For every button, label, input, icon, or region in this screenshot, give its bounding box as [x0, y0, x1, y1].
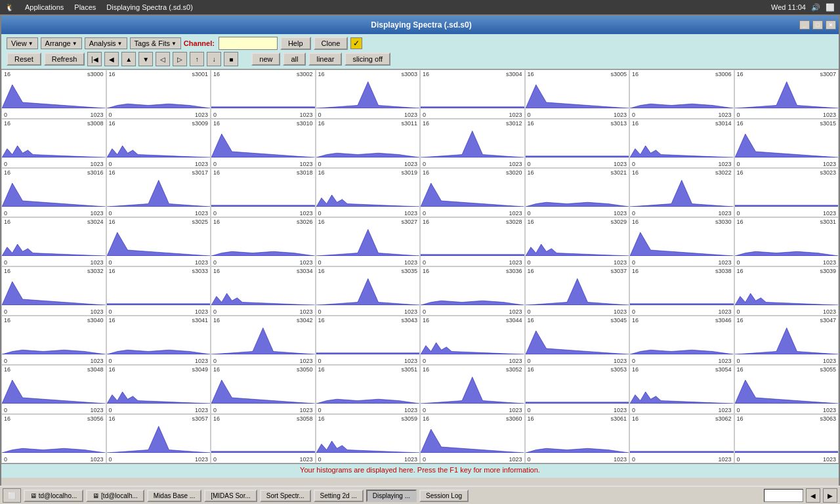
spectrum-cell-s3018[interactable]: 16 s3018 0 1023 — [211, 168, 316, 217]
taskbar-btn-1[interactable]: 🖥 [td@localh... — [86, 490, 144, 502]
spectrum-cell-s3012[interactable]: 16 s3012 0 1023 — [420, 119, 525, 168]
nav-down-button[interactable]: ▼ — [138, 52, 153, 66]
new-button[interactable]: new — [251, 52, 280, 66]
arrange-menu[interactable]: Arrange ▼ — [41, 37, 82, 49]
spectrum-cell-s3015[interactable]: 16 s3015 0 1023 — [734, 119, 839, 168]
spectrum-cell-s3016[interactable]: 16 s3016 0 1023 — [1, 168, 106, 217]
channel-input[interactable] — [219, 37, 278, 50]
spectrum-cell-s3028[interactable]: 16 s3028 0 1023 — [420, 217, 525, 266]
spectrum-cell-s3003[interactable]: 16 s3003 0 1023 — [316, 70, 421, 119]
spectrum-cell-s3050[interactable]: 16 s3050 0 1023 — [211, 365, 316, 414]
spectrum-cell-s3044[interactable]: 16 s3044 0 1023 — [420, 316, 525, 365]
refresh-button[interactable]: Refresh — [44, 52, 85, 66]
spectrum-cell-s3000[interactable]: 16 s3000 0 1023 — [1, 70, 106, 119]
spectrum-cell-s3060[interactable]: 16 s3060 0 1023 — [420, 414, 525, 463]
taskbar-btn-6[interactable]: Displaying ... — [366, 490, 417, 502]
nav-left-button[interactable]: ◁ — [156, 52, 170, 66]
spectrum-cell-s3062[interactable]: 16 s3062 0 1023 — [629, 414, 734, 463]
spectrum-cell-s3046[interactable]: 16 s3046 0 1023 — [629, 316, 734, 365]
spectrum-cell-s3007[interactable]: 16 s3007 0 1023 — [734, 70, 839, 119]
nav-prev-page-button[interactable]: ↑ — [190, 52, 204, 66]
clone-button[interactable]: Clone — [314, 37, 348, 50]
nav-up-button[interactable]: ▲ — [121, 52, 136, 66]
spectrum-cell-s3040[interactable]: 16 s3040 0 1023 — [1, 316, 106, 365]
spectrum-cell-s3061[interactable]: 16 s3061 0 1023 — [525, 414, 630, 463]
spectrum-cell-s3002[interactable]: 16 s3002 0 1023 — [211, 70, 316, 119]
tags-fits-menu[interactable]: Tags & Fits ▼ — [130, 37, 181, 49]
help-button[interactable]: Help — [280, 37, 311, 50]
nav-prev-button[interactable]: ◀ — [104, 52, 119, 66]
maximize-button[interactable]: □ — [812, 20, 823, 30]
spectrum-cell-s3009[interactable]: 16 s3009 0 1023 — [106, 119, 211, 168]
places-menu[interactable]: Places — [74, 3, 96, 11]
spectrum-cell-s3006[interactable]: 16 s3006 0 1023 — [629, 70, 734, 119]
spectrum-cell-s3027[interactable]: 16 s3027 0 1023 — [316, 217, 421, 266]
spectrum-cell-s3011[interactable]: 16 s3011 0 1023 — [316, 119, 421, 168]
minimize-button[interactable]: _ — [799, 20, 810, 30]
spectrum-cell-s3051[interactable]: 16 s3051 0 1023 — [316, 365, 421, 414]
spectrum-cell-s3034[interactable]: 16 s3034 0 1023 — [211, 266, 316, 316]
close-button[interactable]: × — [826, 20, 836, 30]
spectrum-cell-s3020[interactable]: 16 s3020 0 1023 — [420, 168, 525, 217]
spectrum-cell-s3055[interactable]: 16 s3055 0 1023 — [734, 365, 839, 414]
spectrum-cell-s3019[interactable]: 16 s3019 0 1023 — [316, 168, 421, 217]
taskbar-btn-4[interactable]: Sort Spectr... — [260, 490, 311, 502]
taskbar-arrow-left[interactable]: ◀ — [806, 488, 820, 503]
spectrum-cell-s3005[interactable]: 16 s3005 0 1023 — [525, 70, 630, 119]
view-menu[interactable]: View ▼ — [7, 37, 38, 49]
spectrum-cell-s3057[interactable]: 16 s3057 0 1023 — [106, 414, 211, 463]
spectrum-cell-s3029[interactable]: 16 s3029 0 1023 — [525, 217, 630, 266]
taskbar-btn-3[interactable]: [MIDAS Sor... — [204, 490, 257, 502]
spectrum-cell-s3004[interactable]: 16 s3004 0 1023 — [420, 70, 525, 119]
linear-button[interactable]: linear — [308, 52, 342, 66]
spectrum-cell-s3038[interactable]: 16 s3038 0 1023 — [629, 266, 734, 316]
spectrum-cell-s3001[interactable]: 16 s3001 0 1023 — [106, 70, 211, 119]
spectrum-cell-s3013[interactable]: 16 s3013 0 1023 — [525, 119, 630, 168]
reset-button[interactable]: Reset — [7, 52, 41, 66]
spectrum-cell-s3045[interactable]: 16 s3045 0 1023 — [525, 316, 630, 365]
spectrum-cell-s3047[interactable]: 16 s3047 0 1023 — [734, 316, 839, 365]
spectrum-cell-s3008[interactable]: 16 s3008 0 1023 — [1, 119, 106, 168]
spectrum-cell-s3063[interactable]: 16 s3063 0 1023 — [734, 414, 839, 463]
all-button[interactable]: all — [283, 52, 306, 66]
nav-next-page-button[interactable]: ↓ — [207, 52, 221, 66]
spectrum-cell-s3010[interactable]: 16 s3010 0 1023 — [211, 119, 316, 168]
spectrum-cell-s3021[interactable]: 16 s3021 0 1023 — [525, 168, 630, 217]
spectrum-cell-s3036[interactable]: 16 s3036 0 1023 — [420, 266, 525, 316]
taskbar-desktop-button[interactable]: ⬜ — [3, 488, 21, 503]
spectrum-cell-s3043[interactable]: 16 s3043 0 1023 — [316, 316, 421, 365]
spectrum-cell-s3053[interactable]: 16 s3053 0 1023 — [525, 365, 630, 414]
spectrum-cell-s3058[interactable]: 16 s3058 0 1023 — [211, 414, 316, 463]
taskbar-search-input[interactable] — [764, 489, 803, 502]
spectrum-cell-s3014[interactable]: 16 s3014 0 1023 — [629, 119, 734, 168]
spectrum-cell-s3039[interactable]: 16 s3039 0 1023 — [734, 266, 839, 316]
volume-icon[interactable]: 🔊 — [811, 3, 820, 12]
spectrum-cell-s3048[interactable]: 16 s3048 0 1023 — [1, 365, 106, 414]
spectrum-cell-s3037[interactable]: 16 s3037 0 1023 — [525, 266, 630, 316]
slicing-off-button[interactable]: slicing off — [345, 52, 390, 66]
spectrum-cell-s3030[interactable]: 16 s3030 0 1023 — [629, 217, 734, 266]
applications-menu[interactable]: Applications — [25, 3, 64, 11]
spectrum-cell-s3025[interactable]: 16 s3025 0 1023 — [106, 217, 211, 266]
taskbar-btn-2[interactable]: Midas Base ... — [147, 490, 201, 502]
spectrum-cell-s3054[interactable]: 16 s3054 0 1023 — [629, 365, 734, 414]
taskbar-arrow-right[interactable]: ▶ — [823, 488, 837, 503]
nav-first-button[interactable]: |◀ — [87, 52, 102, 66]
spectrum-cell-s3052[interactable]: 16 s3052 0 1023 — [420, 365, 525, 414]
spectrum-cell-s3026[interactable]: 16 s3026 0 1023 — [211, 217, 316, 266]
taskbar-btn-7[interactable]: Session Log — [419, 490, 469, 502]
spectrum-cell-s3032[interactable]: 16 s3032 0 1023 — [1, 266, 106, 316]
spectrum-cell-s3023[interactable]: 16 s3023 0 1023 — [734, 168, 839, 217]
spectrum-cell-s3024[interactable]: 16 s3024 0 1023 — [1, 217, 106, 266]
spectrum-cell-s3041[interactable]: 16 s3041 0 1023 — [106, 316, 211, 365]
spectrum-cell-s3017[interactable]: 16 s3017 0 1023 — [106, 168, 211, 217]
spectrum-cell-s3042[interactable]: 16 s3042 0 1023 — [211, 316, 316, 365]
spectrum-cell-s3033[interactable]: 16 s3033 0 1023 — [106, 266, 211, 316]
taskbar-btn-5[interactable]: Setting 2d ... — [314, 490, 364, 502]
spectrum-cell-s3056[interactable]: 16 s3056 0 1023 — [1, 414, 106, 463]
window-controls[interactable]: _ □ × — [799, 20, 836, 30]
checkbox-toggle[interactable]: ✓ — [350, 37, 362, 49]
display-icon[interactable]: ⬜ — [826, 3, 835, 12]
analysis-menu[interactable]: Analysis ▼ — [85, 37, 127, 49]
nav-stop-button[interactable]: ■ — [224, 52, 238, 66]
